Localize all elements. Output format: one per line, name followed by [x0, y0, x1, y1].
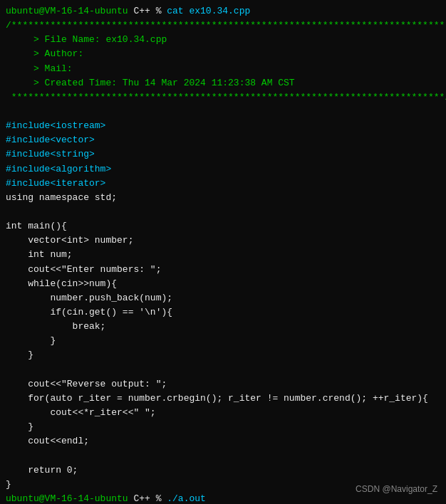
- include-vector: #include<vector>: [6, 133, 440, 147]
- code-line-13: cout<<*r_iter<<" ";: [6, 406, 440, 420]
- code-line-2: int num;: [6, 248, 440, 262]
- code-line-4: while(cin>>num){: [6, 277, 440, 291]
- command-1: cat ex10.34.cpp: [167, 6, 250, 16]
- terminal-window: ubuntu@VM-16-14-ubuntu C++ % cat ex10.34…: [0, 0, 446, 504]
- code-line-15: cout<<endl;: [6, 434, 440, 448]
- blank-1: [6, 105, 440, 119]
- code-blank-2: [6, 448, 440, 463]
- code-blank-1: [6, 363, 440, 377]
- user-host-1: ubuntu@VM-16-14-ubuntu: [6, 6, 128, 16]
- prompt-line-1: ubuntu@VM-16-14-ubuntu C++ % cat ex10.34…: [6, 4, 440, 19]
- code-line-9: }: [6, 348, 440, 362]
- code-line-17: return 0;: [6, 463, 440, 478]
- meta-author: > Author:: [6, 47, 440, 61]
- code-line-6: if(cin.get() == '\n'){: [6, 305, 440, 320]
- code-line-14: }: [6, 420, 440, 434]
- include-iterator: #include<iterator>: [6, 177, 440, 191]
- code-line-7: break;: [6, 320, 440, 334]
- divider-top: /***************************************…: [6, 19, 440, 33]
- code-line-5: number.push_back(num);: [6, 291, 440, 305]
- code-line-12: for(auto r_iter = number.crbegin(); r_it…: [6, 392, 440, 406]
- meta-created: > Created Time: Thu 14 Mar 2024 11:23:38…: [6, 76, 440, 90]
- using-namespace: using namespace std;: [6, 191, 440, 205]
- meta-mail: > Mail:: [6, 62, 440, 76]
- code-line-11: cout<<"Reverse output: ";: [6, 377, 440, 392]
- command-2: ./a.out: [167, 493, 206, 504]
- blank-2: [6, 205, 440, 219]
- include-algorithm: #include<algorithm>: [6, 162, 440, 177]
- include-iostream: #include<iostream>: [6, 119, 440, 133]
- code-line-3: cout<<"Enter numbers: ";: [6, 263, 440, 277]
- prompt-symbol-1: C++ %: [128, 6, 167, 16]
- prompt-symbol-2: C++ %: [128, 493, 167, 504]
- code-line-0: int main(){: [6, 219, 440, 233]
- meta-filename: > File Name: ex10.34.cpp: [6, 33, 440, 47]
- user-host-2: ubuntu@VM-16-14-ubuntu: [6, 493, 128, 504]
- divider-bottom: ****************************************…: [6, 90, 440, 105]
- code-line-8: }: [6, 334, 440, 348]
- code-line-1: vector<int> number;: [6, 233, 440, 248]
- include-string: #include<string>: [6, 147, 440, 162]
- watermark: CSDN @Navigator_Z: [356, 484, 437, 494]
